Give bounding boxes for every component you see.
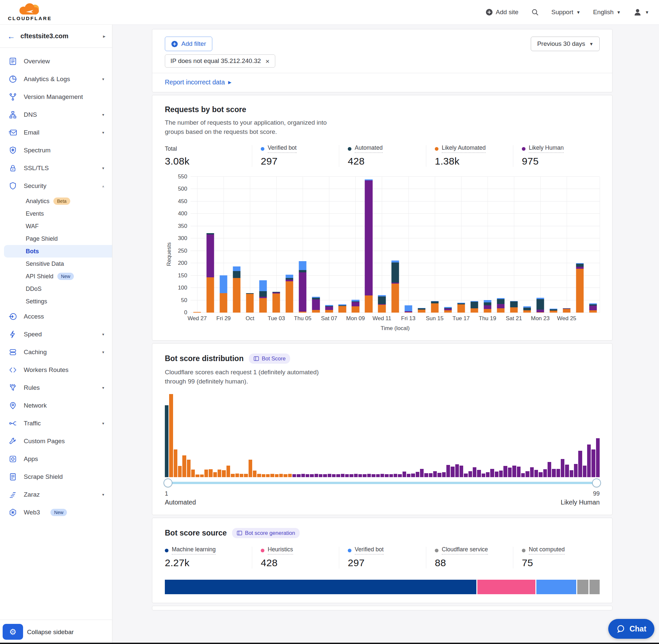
sidebar-item-zaraz[interactable]: Zaraz▾: [0, 486, 112, 504]
sidebar-item-label: Caching: [24, 348, 96, 356]
search-icon[interactable]: [531, 8, 539, 16]
stacked-bar[interactable]: [206, 177, 214, 313]
sidebar-item-custom-pages[interactable]: Custom Pages: [0, 432, 112, 450]
support-menu[interactable]: Support ▼: [551, 8, 581, 16]
sidebar-item-sensitive-data[interactable]: Sensitive Data: [4, 257, 112, 270]
report-row: Report incorrect data ▶: [165, 73, 600, 92]
sidebar-item-overview[interactable]: Overview: [0, 52, 112, 70]
sidebar-item-scrape-shield[interactable]: Scrape Shield: [0, 468, 112, 486]
slider-track[interactable]: [165, 482, 600, 484]
add-filter-button[interactable]: Add filter: [165, 37, 212, 51]
stacked-bar[interactable]: [391, 177, 399, 313]
y-tick-label: 250: [178, 248, 187, 254]
stacked-bar[interactable]: [365, 177, 373, 313]
sidebar-item-email[interactable]: Email▾: [0, 124, 112, 141]
stacked-bar[interactable]: [470, 177, 478, 313]
sidebar-item-ddos[interactable]: DDoS: [4, 282, 112, 295]
stacked-bar[interactable]: [484, 177, 491, 313]
stacked-bar[interactable]: [246, 177, 254, 313]
stacked-bar[interactable]: [338, 177, 346, 313]
stacked-bar[interactable]: [457, 177, 465, 313]
sidebar-item-spectrum[interactable]: Spectrum: [0, 141, 112, 159]
stacked-bar[interactable]: [286, 177, 293, 313]
sidebar-item-speed[interactable]: Speed▾: [0, 325, 112, 343]
sidebar-item-caching[interactable]: Caching▾: [0, 343, 112, 361]
stacked-bar[interactable]: [273, 177, 280, 313]
collapse-sidebar-button[interactable]: Collapse sidebar: [27, 628, 74, 636]
histogram-bar-score-6: [187, 460, 191, 477]
histogram-bar-score-13: [217, 469, 221, 477]
report-incorrect-data-link[interactable]: Report incorrect data ▶: [165, 78, 231, 86]
chevron-right-icon[interactable]: ▸: [103, 33, 105, 39]
sidebar-item-web3[interactable]: Web3New: [0, 504, 112, 521]
cloudflare-logo[interactable]: CLOUDFLARE: [8, 3, 52, 21]
stacked-bar[interactable]: [193, 177, 201, 313]
stacked-bar[interactable]: [589, 177, 597, 313]
stacked-bar[interactable]: [312, 177, 320, 313]
settings-gear-button[interactable]: ⚙: [3, 624, 23, 640]
sidebar-item-label: Email: [24, 129, 96, 136]
sidebar-item-traffic[interactable]: Traffic▾: [0, 414, 112, 432]
stacked-bar[interactable]: [563, 177, 570, 313]
bot-score-docs-badge[interactable]: Bot Score: [249, 353, 290, 364]
sidebar-item-rules[interactable]: Rules▾: [0, 379, 112, 397]
slider-handle-max[interactable]: [592, 479, 601, 487]
stacked-bar[interactable]: [299, 177, 307, 313]
stacked-bar[interactable]: [219, 177, 227, 313]
histogram-bar-score-51: [385, 474, 389, 477]
filter-chip[interactable]: IP does not equal 35.212.240.32 ×: [165, 54, 275, 68]
sidebar-item-network[interactable]: Network: [0, 397, 112, 414]
sidebar-item-bots[interactable]: Bots: [4, 245, 112, 257]
sidebar-item-ssl-tls[interactable]: SSL/TLS▾: [0, 159, 112, 177]
stacked-bar[interactable]: [378, 177, 386, 313]
y-tick-label: 350: [178, 223, 187, 230]
stacked-bar[interactable]: [576, 177, 584, 313]
stacked-bar[interactable]: [536, 177, 544, 313]
sidebar-item-security[interactable]: Security▴: [0, 177, 112, 195]
stacked-bar[interactable]: [352, 177, 359, 313]
bot-score-generation-docs-badge[interactable]: Bot score generation: [232, 528, 300, 538]
add-site-button[interactable]: Add site: [486, 8, 519, 16]
stacked-bar[interactable]: [418, 177, 425, 313]
sidebar-item-waf[interactable]: WAF: [4, 220, 112, 232]
stacked-bar[interactable]: [510, 177, 518, 313]
legend-dot-icon: [348, 147, 351, 151]
stacked-bar[interactable]: [497, 177, 504, 313]
close-icon[interactable]: ×: [265, 58, 269, 65]
bar-segment-likely-human: [299, 272, 307, 312]
sidebar-item-analytics-logs[interactable]: Analytics & Logs▾: [0, 70, 112, 88]
histogram-bar-score-11: [209, 469, 212, 477]
stat-cloudflare-service: Cloudflare service88: [426, 547, 513, 569]
sidebar-item-settings[interactable]: Settings: [4, 295, 112, 308]
slider-handle-min[interactable]: [164, 479, 172, 487]
sidebar-item-access[interactable]: Access: [0, 308, 112, 325]
histogram-bar-score-30: [292, 474, 296, 477]
stacked-bar[interactable]: [431, 177, 439, 313]
stacked-bar[interactable]: [325, 177, 333, 313]
sidebar-item-dns[interactable]: DNS▾: [0, 106, 112, 124]
chat-button[interactable]: Chat: [608, 619, 654, 639]
back-arrow-icon[interactable]: ←: [7, 32, 15, 41]
y-tick-label: 500: [178, 186, 187, 192]
stacked-bar[interactable]: [549, 177, 557, 313]
sidebar-item-page-shield[interactable]: Page Shield: [4, 232, 112, 245]
date-range-dropdown[interactable]: Previous 30 days ▼: [531, 37, 600, 51]
stacked-bar[interactable]: [404, 177, 412, 313]
account-menu[interactable]: ▼: [633, 8, 649, 17]
stacked-bar[interactable]: [233, 177, 241, 313]
new-badge: New: [57, 273, 74, 280]
stat-heuristics: Heuristics428: [252, 547, 339, 569]
site-header: ← cftestsite3.com ▸: [0, 25, 112, 48]
sidebar-item-events[interactable]: Events: [4, 207, 112, 220]
sidebar-item-workers-routes[interactable]: Workers Routes: [0, 361, 112, 379]
sidebar-item-analytics[interactable]: AnalyticsBeta: [4, 195, 112, 207]
language-menu[interactable]: English ▼: [593, 8, 621, 16]
sidebar-item-version-management[interactable]: Version Management: [0, 88, 112, 106]
sidebar-item-apps[interactable]: Apps: [0, 450, 112, 468]
stat-header: Likely Automated: [435, 145, 513, 152]
stacked-bar[interactable]: [444, 177, 452, 313]
stacked-bar[interactable]: [523, 177, 531, 313]
sidebar-item-api-shield[interactable]: API ShieldNew: [4, 270, 112, 282]
bar-segment-likely-automated: [549, 310, 557, 313]
stacked-bar[interactable]: [259, 177, 267, 313]
